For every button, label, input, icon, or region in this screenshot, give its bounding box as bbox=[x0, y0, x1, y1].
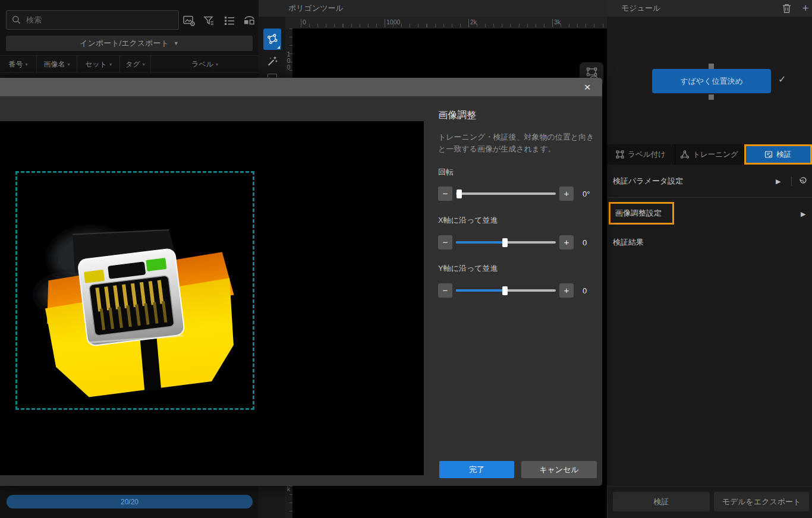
translate-y-value: 0 bbox=[583, 286, 587, 295]
image-adjustment-dialog: × bbox=[0, 78, 602, 486]
column-label[interactable]: ラベル▾ bbox=[151, 56, 259, 72]
dialog-description: トレーニング・検証後、対象物の位置と向きと一致する画像が生成されます。 bbox=[438, 131, 595, 155]
sort-caret-icon: ▾ bbox=[67, 62, 70, 67]
divider bbox=[791, 176, 792, 186]
check-icon: ✓ bbox=[778, 74, 786, 85]
sort-caret-icon: ▾ bbox=[109, 62, 112, 67]
ruler-label: 1000 bbox=[386, 18, 400, 26]
translate-x-slider: − + 0 bbox=[438, 235, 587, 250]
done-button[interactable]: 完了 bbox=[439, 461, 514, 478]
module-panel-footer: 検証 モデルをエクスポート bbox=[607, 486, 812, 518]
workflow-tabs: ラベル付け トレーニング 検証 bbox=[607, 144, 812, 165]
expand-arrow-icon[interactable]: ▶ bbox=[776, 177, 780, 185]
rotation-label: 回転 bbox=[438, 167, 454, 178]
list-toolbar bbox=[182, 14, 256, 27]
minus-button[interactable]: − bbox=[438, 283, 452, 298]
plus-icon: + bbox=[802, 3, 808, 14]
image-settings-icon[interactable] bbox=[182, 14, 196, 27]
column-set[interactable]: セット▾ bbox=[77, 56, 120, 72]
delete-module-button[interactable] bbox=[781, 3, 792, 14]
tab-labeling[interactable]: ラベル付け bbox=[607, 144, 675, 165]
rotation-slider: − + 0° bbox=[438, 186, 590, 201]
ruler-label: 2k bbox=[470, 18, 477, 26]
app-root: インポート/エクスポート ▼ 番号▾ 画像名▾ セット▾ タグ▾ ラベル▾ 20… bbox=[0, 0, 812, 518]
image-count-progress: 20/20 bbox=[7, 495, 253, 508]
trash-icon bbox=[782, 3, 792, 14]
ruler-label: k bbox=[285, 486, 292, 492]
column-number[interactable]: 番号▾ bbox=[0, 56, 37, 72]
cancel-button[interactable]: キャンセル bbox=[521, 461, 597, 478]
gallery-switch-icon[interactable] bbox=[243, 14, 256, 27]
rotation-value: 0° bbox=[583, 189, 590, 198]
sort-caret-icon: ▾ bbox=[216, 62, 218, 67]
list-view-icon[interactable] bbox=[222, 14, 236, 27]
plus-button[interactable]: + bbox=[559, 235, 574, 249]
plus-button[interactable]: + bbox=[559, 283, 574, 298]
tab-training[interactable]: トレーニング bbox=[675, 144, 744, 165]
polygon-tool-icon bbox=[266, 33, 278, 45]
expand-arrow-icon[interactable]: ▶ bbox=[801, 210, 805, 218]
filter-icon[interactable] bbox=[202, 14, 216, 27]
import-export-label: インポート/エクスポート bbox=[80, 38, 168, 49]
dialog-title: 画像調整 bbox=[438, 109, 476, 122]
add-module-button[interactable]: + bbox=[800, 3, 811, 14]
translate-y-label: Y軸に沿って並進 bbox=[438, 263, 498, 274]
ruler-label: 0 bbox=[303, 18, 306, 26]
canvas-titlebar: ポリゴンツール bbox=[259, 0, 607, 17]
translate-y-slider: − + 0 bbox=[438, 283, 587, 298]
positioning-roi-box bbox=[15, 171, 254, 410]
section-validation-result[interactable]: 検証結果 bbox=[607, 230, 812, 254]
magic-wand-icon bbox=[266, 55, 279, 68]
bounding-box-icon bbox=[616, 150, 624, 159]
tool-title: ポリゴンツール bbox=[288, 3, 344, 14]
ruler-label: 3k bbox=[554, 18, 561, 26]
history-button[interactable] bbox=[798, 176, 807, 185]
ruler-label: 100 bbox=[285, 51, 292, 71]
checklist-icon bbox=[764, 150, 773, 159]
export-model-button[interactable]: モデルをエクスポート bbox=[714, 492, 809, 511]
preview-image bbox=[0, 121, 424, 475]
slider-track[interactable] bbox=[456, 235, 556, 249]
tab-validation[interactable]: 検証 bbox=[744, 144, 812, 165]
node-connector-bottom bbox=[709, 94, 714, 100]
module-panel-title: モジュール bbox=[621, 3, 660, 14]
search-icon bbox=[12, 15, 21, 24]
column-image-name[interactable]: 画像名▾ bbox=[37, 56, 77, 72]
history-icon bbox=[798, 176, 807, 185]
module-node-button[interactable]: すばやく位置決め bbox=[652, 69, 771, 93]
image-adjustment-highlight[interactable]: 画像調整設定 bbox=[609, 202, 674, 225]
module-panel-header: モジュール + bbox=[607, 0, 812, 17]
node-connector-top bbox=[709, 64, 714, 69]
plus-button[interactable]: + bbox=[559, 187, 574, 201]
validate-button[interactable]: 検証 bbox=[613, 492, 710, 511]
search-box[interactable] bbox=[6, 10, 179, 30]
search-input[interactable] bbox=[25, 15, 173, 25]
chevron-down-icon: ▼ bbox=[174, 40, 179, 46]
polygon-tool-button[interactable] bbox=[263, 29, 281, 50]
slider-handle[interactable] bbox=[502, 286, 508, 295]
horizontal-ruler: 0 1000 2k 3k bbox=[285, 17, 607, 29]
column-header-row: 番号▾ 画像名▾ セット▾ タグ▾ ラベル▾ bbox=[0, 55, 259, 73]
sort-caret-icon: ▾ bbox=[143, 62, 145, 67]
translate-x-value: 0 bbox=[583, 238, 587, 247]
dialog-controls: 画像調整 トレーニング・検証後、対象物の位置と向きと一致する画像が生成されます。… bbox=[438, 78, 596, 486]
smart-tool-button[interactable] bbox=[263, 52, 281, 70]
slider-handle[interactable] bbox=[457, 189, 462, 198]
section-image-adjustment[interactable]: 画像調整設定 ▶ bbox=[607, 197, 812, 230]
minus-button[interactable]: − bbox=[438, 187, 452, 201]
ruler-ticks bbox=[301, 24, 607, 27]
minus-button[interactable]: − bbox=[438, 235, 452, 249]
column-tag[interactable]: タグ▾ bbox=[120, 56, 151, 72]
sort-caret-icon: ▾ bbox=[25, 62, 27, 67]
slider-track[interactable] bbox=[456, 283, 556, 298]
training-network-icon bbox=[681, 150, 689, 159]
hidden-tool-button[interactable] bbox=[267, 74, 277, 77]
slider-track[interactable] bbox=[456, 187, 556, 201]
translate-x-label: X軸に沿って並進 bbox=[438, 215, 498, 226]
import-export-button[interactable]: インポート/エクスポート ▼ bbox=[6, 36, 253, 51]
slider-handle[interactable] bbox=[502, 238, 508, 247]
module-panel: モジュール + すばやく位置決め ✓ ラベル bbox=[607, 0, 812, 518]
section-validation-parameters[interactable]: 検証パラメータ設定 ▶ bbox=[607, 165, 812, 197]
